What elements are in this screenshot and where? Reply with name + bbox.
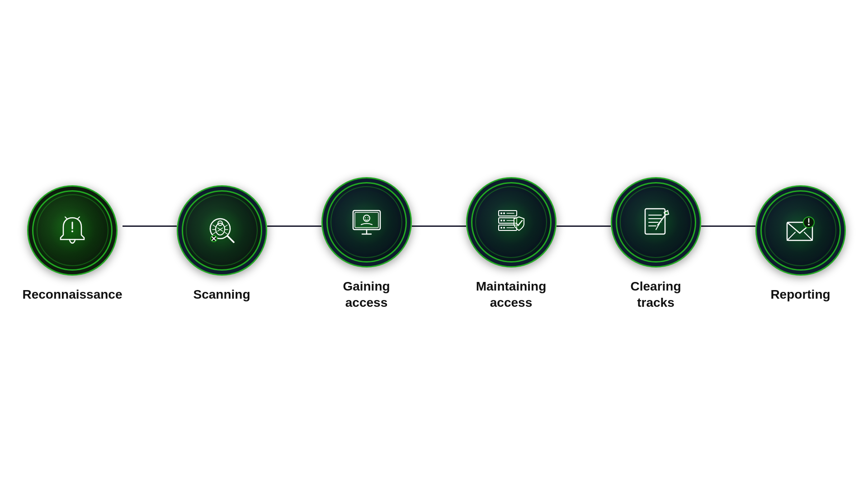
document-brush-icon (638, 204, 674, 240)
label-reporting: Reporting (770, 286, 830, 303)
connector-1-2 (123, 225, 177, 227)
circle-gaining-access (321, 177, 412, 267)
circle-reporting (755, 185, 846, 276)
svg-point-25 (368, 217, 368, 218)
circle-reconnaissance (27, 185, 118, 276)
svg-point-6 (216, 223, 225, 235)
label-scanning: Scanning (193, 286, 250, 303)
svg-point-30 (500, 212, 502, 214)
label-reconnaissance: Reconnaissance (23, 286, 123, 303)
label-gaining-access: Gaining access (343, 278, 390, 311)
step-clearing-tracks: Clearing tracks (611, 177, 701, 311)
svg-point-37 (503, 227, 505, 229)
email-alert-icon (783, 212, 819, 249)
circle-maintaining-access (466, 177, 557, 267)
svg-point-52 (808, 224, 810, 225)
svg-line-10 (213, 232, 216, 234)
svg-point-34 (503, 220, 505, 221)
label-clearing-tracks: Clearing tracks (630, 278, 681, 311)
bug-search-icon (204, 212, 240, 249)
connector-4-5 (557, 225, 611, 227)
server-shield-icon (493, 204, 529, 240)
svg-line-49 (804, 232, 812, 240)
connector-3-4 (412, 225, 466, 227)
svg-point-1 (71, 230, 73, 232)
svg-line-11 (225, 225, 227, 227)
step-scanning: Scanning (177, 185, 267, 303)
circle-scanning (177, 185, 267, 276)
step-reporting: Reporting (755, 185, 846, 303)
svg-line-48 (787, 232, 795, 240)
svg-point-33 (500, 220, 502, 221)
circle-clearing-tracks (611, 177, 701, 267)
step-gaining-access: Gaining access (321, 177, 412, 311)
svg-line-13 (225, 232, 227, 234)
svg-point-31 (503, 212, 505, 214)
connector-2-3 (267, 225, 321, 227)
svg-line-5 (227, 236, 234, 242)
svg-line-8 (213, 225, 216, 227)
step-reconnaissance: Reconnaissance (23, 185, 123, 303)
step-maintaining-access: Maintaining access (466, 177, 557, 311)
connector-5-6 (701, 225, 755, 227)
label-maintaining-access: Maintaining access (476, 278, 547, 311)
svg-point-24 (365, 217, 366, 218)
flow-diagram: Reconnaissance (27, 177, 841, 311)
svg-rect-39 (645, 209, 665, 234)
svg-line-3 (65, 217, 67, 219)
svg-line-2 (78, 217, 80, 219)
bell-alert-icon (54, 212, 90, 249)
svg-point-36 (500, 227, 502, 229)
monitor-user-icon (349, 204, 385, 240)
